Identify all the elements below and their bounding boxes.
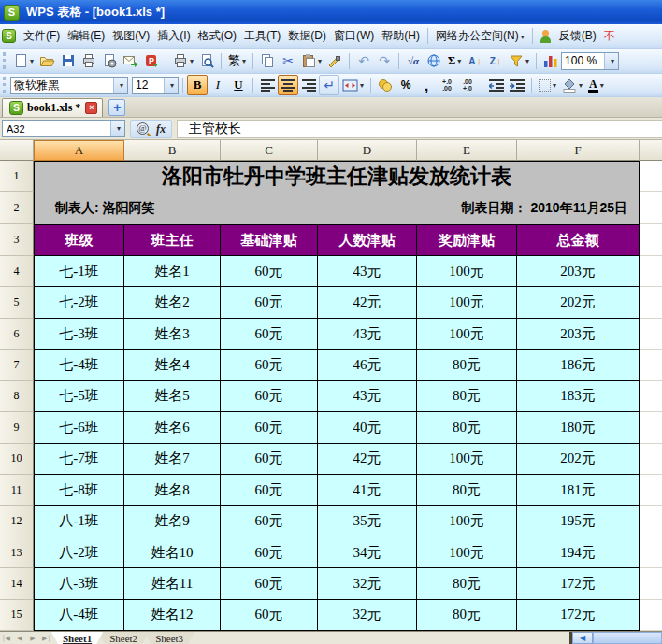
font-name-combobox[interactable]: 微软雅黑 ▾ (10, 77, 128, 94)
table-cell[interactable]: 姓名9 (124, 506, 221, 537)
menu-item[interactable]: 文件(F) (20, 25, 64, 47)
next-sheet-button[interactable]: ▶ (26, 632, 39, 644)
document-tab[interactable]: S book1.xls * × (2, 98, 103, 117)
chevron-down-icon[interactable]: ▾ (242, 57, 246, 65)
close-tab-button[interactable]: × (85, 102, 97, 114)
table-cell[interactable]: 姓名12 (124, 600, 221, 631)
table-cell[interactable]: 八-1班 (34, 506, 124, 537)
empty-cell[interactable] (640, 381, 662, 412)
table-cell[interactable]: 60元 (221, 287, 318, 318)
table-cell[interactable]: 80元 (417, 475, 517, 506)
table-cell[interactable]: 60元 (221, 319, 318, 350)
scroll-left-button[interactable]: ◀ (572, 632, 593, 644)
empty-cell[interactable] (640, 537, 662, 568)
column-header-C[interactable]: C (221, 140, 318, 161)
menu-item[interactable]: 窗口(W) (330, 25, 378, 47)
menu-item[interactable]: 帮助(H) (378, 25, 424, 47)
table-cell[interactable]: 35元 (318, 506, 417, 537)
wps-app-icon[interactable]: S (2, 29, 16, 43)
table-cell[interactable]: 八-3班 (34, 568, 124, 599)
column-header-B[interactable]: B (124, 140, 221, 161)
empty-cell[interactable] (640, 350, 662, 380)
table-title-cell[interactable]: 洛阳市牡丹中学班主任津贴发放统计表 (34, 161, 640, 192)
table-cell[interactable]: 203元 (517, 256, 640, 287)
table-cell[interactable]: 80元 (417, 600, 517, 631)
table-cell[interactable]: 七-6班 (34, 412, 124, 443)
menu-item[interactable]: 工具(T) (240, 25, 284, 47)
empty-cell[interactable] (640, 444, 662, 475)
column-header-E[interactable]: E (417, 140, 517, 161)
empty-cell[interactable] (640, 568, 662, 599)
row-number[interactable]: 14 (0, 568, 34, 599)
table-cell[interactable]: 186元 (517, 350, 640, 380)
column-header-A[interactable]: A (34, 140, 124, 161)
print-preview-button[interactable] (196, 50, 217, 71)
decrease-decimal-button[interactable]: .00 +.0 (457, 75, 478, 95)
table-cell[interactable]: 80元 (417, 568, 517, 599)
table-cell[interactable]: 姓名10 (124, 537, 221, 568)
italic-button[interactable]: I (208, 75, 228, 95)
table-cell[interactable]: 姓名8 (124, 475, 221, 506)
table-cell[interactable]: 姓名2 (124, 287, 221, 318)
table-cell[interactable]: 姓名3 (124, 319, 221, 350)
table-cell[interactable]: 60元 (221, 412, 318, 443)
table-cell[interactable]: 姓名1 (124, 256, 221, 287)
table-header-cell[interactable]: 人数津贴 (318, 224, 417, 256)
table-cell[interactable]: 34元 (318, 537, 417, 568)
row-number[interactable]: 1 (0, 161, 34, 192)
table-cell[interactable]: 180元 (517, 412, 640, 443)
toolbar-grip[interactable] (3, 52, 7, 69)
table-cell[interactable]: 43元 (318, 256, 417, 287)
table-cell[interactable]: 姓名5 (124, 381, 221, 412)
fill-color-button[interactable]: ▾ (559, 75, 585, 95)
export-pdf-button[interactable]: P (141, 50, 162, 71)
table-cell[interactable]: 七-8班 (34, 475, 124, 506)
row-number[interactable]: 5 (0, 287, 34, 318)
empty-cell[interactable] (640, 224, 662, 256)
comma-style-button[interactable]: , (416, 75, 437, 95)
table-cell[interactable]: 42元 (318, 444, 417, 475)
table-header-cell[interactable]: 基础津贴 (221, 224, 318, 256)
table-header-cell[interactable]: 班级 (34, 224, 124, 256)
table-cell[interactable]: 七-5班 (34, 381, 124, 412)
column-header-F[interactable]: F (517, 140, 640, 161)
empty-cell[interactable] (640, 256, 662, 287)
menu-item[interactable]: 数据(D) (284, 25, 330, 47)
row-number[interactable]: 6 (0, 319, 34, 350)
row-number[interactable]: 13 (0, 537, 34, 568)
last-sheet-button[interactable]: ▶ (39, 632, 52, 644)
table-cell[interactable]: 姓名4 (124, 350, 221, 380)
info-cell[interactable]: 制表人: 洛阳阿笑 制表日期： 2010年11月25日 (34, 192, 640, 224)
wrap-text-button[interactable]: ↵ (319, 75, 339, 95)
currency-button[interactable] (375, 75, 396, 95)
table-header-cell[interactable]: 奖励津贴 (417, 224, 517, 256)
table-cell[interactable]: 100元 (417, 256, 517, 287)
empty-cell[interactable] (640, 287, 662, 318)
empty-cell[interactable] (640, 412, 662, 443)
menu-item-net-office[interactable]: 网络办公空间(N)▾ (432, 25, 528, 47)
traditional-simplified-button[interactable]: 繁▾ (225, 50, 249, 71)
sheet-tab-sheet2[interactable]: Sheet2 (98, 632, 149, 644)
table-cell[interactable]: 八-4班 (34, 600, 124, 631)
table-cell[interactable]: 姓名6 (124, 412, 221, 443)
format-painter-button[interactable] (324, 50, 345, 71)
chevron-down-icon[interactable]: ▾ (360, 81, 364, 90)
table-cell[interactable]: 60元 (221, 381, 318, 412)
menu-item[interactable]: 插入(I) (153, 25, 194, 47)
table-cell[interactable]: 100元 (417, 537, 517, 568)
chevron-down-icon[interactable]: ▾ (611, 57, 614, 65)
font-size-combobox[interactable]: 12 ▾ (132, 77, 179, 94)
table-cell[interactable]: 43元 (318, 381, 417, 412)
row-number[interactable]: 10 (0, 444, 34, 475)
prev-sheet-button[interactable]: ◀ (13, 632, 26, 644)
row-number[interactable]: 15 (0, 600, 34, 631)
hyperlink-button[interactable] (424, 50, 444, 71)
chevron-down-icon[interactable]: ▾ (190, 57, 194, 65)
print-icon-button[interactable] (79, 50, 99, 71)
table-cell[interactable]: 八-2班 (34, 537, 124, 568)
row-number[interactable]: 11 (0, 475, 34, 506)
insert-function-icon[interactable]: fx (156, 123, 166, 135)
table-cell[interactable]: 60元 (221, 256, 318, 287)
print-button[interactable]: ▾ (170, 50, 196, 71)
table-cell[interactable]: 46元 (318, 350, 417, 380)
